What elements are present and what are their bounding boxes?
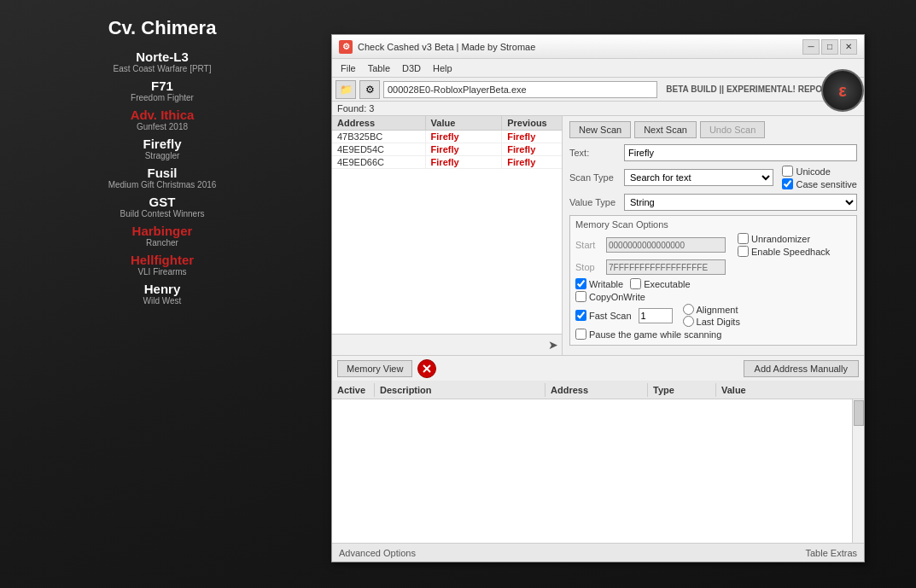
new-scan-button[interactable]: New Scan <box>569 121 631 138</box>
status-bar: Advanced Options Table Extras <box>332 543 864 562</box>
list-item[interactable]: GST Build Contest Winners <box>120 195 205 218</box>
stop-input[interactable] <box>606 259 726 275</box>
case-sensitive-checkbox[interactable] <box>782 178 793 189</box>
undo-scan-button[interactable]: Undo Scan <box>700 121 765 138</box>
close-button[interactable]: ✕ <box>840 39 857 55</box>
menu-file[interactable]: File <box>335 62 361 74</box>
fast-scan-checkbox[interactable] <box>575 310 586 321</box>
executable-checkbox[interactable] <box>630 278 641 289</box>
pause-label: Pause the game while scanning <box>575 329 721 340</box>
writable-checkbox[interactable] <box>575 278 586 289</box>
main-window: ⚙ Check Cashed v3 Beta | Made by Stromae… <box>331 34 865 562</box>
stop-scan-button[interactable] <box>417 359 436 378</box>
minimize-button[interactable]: ─ <box>802 39 820 55</box>
copyonwrite-label: CopyOnWrite <box>575 291 645 302</box>
list-item[interactable]: Hellfighter VLI Firearms <box>131 253 194 277</box>
title-bar: ⚙ Check Cashed v3 Beta | Made by Stromae… <box>332 35 864 59</box>
item-name: Adv. Ithica <box>131 108 195 122</box>
cell-previous: Firefly <box>502 143 562 155</box>
item-sub: Build Contest Winners <box>120 209 205 218</box>
menu-bar: File Table D3D Help <box>332 59 864 78</box>
list-item[interactable]: Harbinger Rancher <box>132 224 193 247</box>
text-input[interactable] <box>624 144 857 161</box>
cell-address: 47B325BC <box>332 131 426 143</box>
unicode-checkbox-label: Unicode <box>782 166 857 177</box>
cell-previous: Firefly <box>502 131 562 143</box>
unicode-checkbox[interactable] <box>782 166 793 177</box>
scrollbar-thumb[interactable] <box>854 400 864 426</box>
fast-scan-value[interactable] <box>639 308 673 323</box>
table-row[interactable]: 47B325BC Firefly Firefly <box>332 131 562 143</box>
unrandomizer-label: Unrandomizer <box>738 233 830 244</box>
table-extras[interactable]: Table Extras <box>805 548 857 558</box>
process-path-input[interactable] <box>383 81 657 98</box>
unrandomizer-checkbox[interactable] <box>738 233 749 244</box>
list-item[interactable]: Norte-L3 East Coast Warfare [PRT] <box>113 49 211 73</box>
list-item[interactable]: Fusil Medium Gift Christmas 2016 <box>108 166 217 189</box>
col-description: Description <box>375 383 546 397</box>
item-sub: Straggler <box>143 151 181 160</box>
item-sub: VLI Firearms <box>131 267 194 277</box>
item-sub: Freedom Fighter <box>131 93 194 102</box>
scan-type-select[interactable]: Search for text <box>624 169 773 186</box>
advanced-options[interactable]: Advanced Options <box>339 548 416 558</box>
stop-label: Stop <box>575 262 601 272</box>
start-input[interactable] <box>606 237 726 253</box>
list-item[interactable]: Adv. Ithica Gunfest 2018 <box>131 108 195 131</box>
last-digits-radio[interactable] <box>683 316 694 327</box>
executable-label: Executable <box>630 278 690 289</box>
table-row[interactable]: 4E9ED66C Firefly Firefly <box>332 156 562 169</box>
stop-icon <box>422 364 432 374</box>
writable-label: Writable <box>575 278 623 289</box>
list-item[interactable]: Firefly Straggler <box>143 137 181 160</box>
address-table-body <box>332 399 864 543</box>
copyonwrite-checkbox[interactable] <box>575 291 586 302</box>
item-name: Hellfighter <box>131 253 194 267</box>
next-scan-button[interactable]: Next Scan <box>634 121 697 138</box>
cell-address: 4E9ED54C <box>332 143 426 155</box>
value-type-row: Value Type String <box>569 194 857 211</box>
scan-type-row: Scan Type Search for text Unicode Case s… <box>569 166 857 189</box>
scroll-bar[interactable] <box>852 399 864 543</box>
start-label: Start <box>575 240 601 250</box>
add-address-button[interactable]: Add Address Manually <box>744 360 859 377</box>
menu-d3d[interactable]: D3D <box>397 62 426 74</box>
enable-speedhack-checkbox[interactable] <box>738 246 749 257</box>
found-bar: Found: 3 <box>332 102 864 116</box>
list-item[interactable]: Henry Wild West <box>143 282 182 306</box>
menu-table[interactable]: Table <box>363 62 395 74</box>
item-sub: Medium Gift Christmas 2016 <box>108 180 217 189</box>
cell-value: Firefly <box>426 131 503 143</box>
sidebar-title: Cv. Chimera <box>108 17 217 39</box>
arrow-down-icon[interactable]: ➤ <box>548 338 558 352</box>
item-name: Harbinger <box>132 224 193 238</box>
text-label: Text: <box>569 148 621 158</box>
item-name: Norte-L3 <box>113 49 211 64</box>
memory-view-button[interactable]: Memory View <box>337 360 412 377</box>
check-options-row: Writable Executable <box>575 278 851 289</box>
fastscan-row: Fast Scan Alignment Last Digits <box>575 304 851 327</box>
memory-bar: Memory View Add Address Manually <box>332 355 864 381</box>
toolbar: 📁 ⚙ BETA BUILD || EXPERIMENTAL! REPORT B… <box>332 78 864 102</box>
list-item[interactable]: F71 Freedom Fighter <box>131 79 194 102</box>
address-list: 47B325BC Firefly Firefly 4E9ED54C Firefl… <box>332 131 563 334</box>
col-address: Address <box>332 116 426 130</box>
value-type-select[interactable]: String <box>624 194 857 211</box>
open-folder-button[interactable]: 📁 <box>335 80 356 99</box>
table-row[interactable]: 4E9ED54C Firefly Firefly <box>332 143 562 156</box>
settings-button[interactable]: ⚙ <box>359 80 380 99</box>
start-row: Start Unrandomizer Enable Speedhack <box>575 233 851 257</box>
menu-help[interactable]: Help <box>428 62 458 74</box>
item-sub: Gunfest 2018 <box>131 122 195 131</box>
maximize-button[interactable]: □ <box>821 39 838 55</box>
item-name: GST <box>120 195 205 209</box>
sidebar: Cv. Chimera Norte-L3 East Coast Warfare … <box>0 0 324 588</box>
item-sub: East Coast Warfare [PRT] <box>113 64 211 73</box>
item-name: Henry <box>143 282 182 296</box>
cell-address: 4E9ED66C <box>332 156 426 168</box>
text-field-row: Text: <box>569 144 857 161</box>
pause-checkbox[interactable] <box>575 329 586 340</box>
col-active: Active <box>332 383 375 397</box>
alignment-radio[interactable] <box>683 304 694 315</box>
memory-scan-label: Memory Scan Options <box>575 219 851 230</box>
